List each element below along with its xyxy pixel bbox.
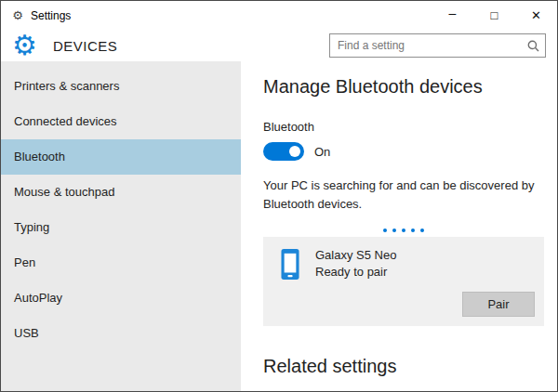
sidebar-item-autoplay[interactable]: AutoPlay — [1, 281, 241, 316]
bluetooth-settings-panel: Manage Bluetooth devices Bluetooth On Yo… — [241, 61, 557, 391]
window-title: Settings — [31, 9, 71, 22]
sidebar-item-printers-scanners[interactable]: Printers & scanners — [1, 69, 241, 104]
manage-bluetooth-heading: Manage Bluetooth devices — [263, 76, 544, 98]
search-box — [329, 33, 546, 58]
sidebar-item-mouse-touchpad[interactable]: Mouse & touchpad — [1, 175, 241, 210]
close-icon: ✕ — [531, 8, 541, 22]
settings-window: ⚙ Settings – □ ✕ ⚙ DEVICES Printers & sc… — [0, 0, 558, 392]
page-title: DEVICES — [53, 38, 117, 54]
page-header: ⚙ DEVICES — [1, 30, 557, 61]
sidebar-item-typing[interactable]: Typing — [1, 210, 241, 245]
sidebar-item-connected-devices[interactable]: Connected devices — [1, 104, 241, 139]
sidebar-item-bluetooth[interactable]: Bluetooth — [1, 139, 241, 175]
bluetooth-toggle[interactable] — [263, 142, 304, 161]
search-icon[interactable] — [521, 34, 545, 57]
minimize-button[interactable]: – — [432, 1, 473, 30]
toggle-knob — [289, 146, 300, 157]
maximize-icon: □ — [491, 8, 498, 22]
sidebar-item-usb[interactable]: USB — [1, 316, 241, 351]
pair-button[interactable]: Pair — [462, 292, 535, 317]
device-name: Galaxy S5 Neo — [315, 248, 396, 262]
device-text: Galaxy S5 Neo Ready to pair — [315, 248, 396, 279]
toggle-state-text: On — [314, 145, 330, 159]
close-button[interactable]: ✕ — [515, 1, 557, 30]
phone-icon — [274, 248, 306, 281]
searching-progress-dots-icon — [263, 219, 544, 227]
title-bar: ⚙ Settings – □ ✕ — [1, 1, 557, 30]
minimize-icon: – — [449, 6, 457, 20]
related-settings-heading: Related settings — [263, 356, 544, 377]
discovery-status-text: Your PC is searching for and can be disc… — [263, 176, 544, 214]
sidebar-item-pen[interactable]: Pen — [1, 245, 241, 281]
bluetooth-toggle-row: On — [263, 142, 544, 161]
device-status: Ready to pair — [315, 265, 396, 279]
device-list-item[interactable]: Galaxy S5 Neo Ready to pair Pair — [263, 237, 544, 326]
search-input[interactable] — [330, 39, 521, 52]
devices-gear-icon: ⚙ — [12, 32, 44, 59]
settings-gear-icon: ⚙ — [9, 8, 26, 22]
device-info: Galaxy S5 Neo Ready to pair — [274, 248, 533, 281]
bluetooth-toggle-label: Bluetooth — [263, 120, 544, 134]
settings-sidebar: Printers & scanners Connected devices Bl… — [1, 61, 241, 391]
maximize-button[interactable]: □ — [473, 1, 515, 30]
